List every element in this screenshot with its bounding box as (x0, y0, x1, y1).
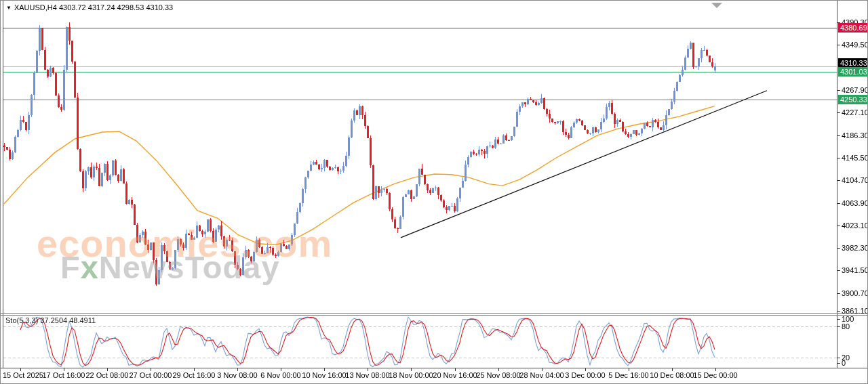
price-axis-label: 4186.30 (842, 131, 868, 140)
symbol-dropdown-icon[interactable]: ▼ (6, 5, 12, 11)
time-axis-label: 28 Nov 04:00 (519, 371, 564, 379)
mt4-chart-window: economies.com FxNewsToday ▼XAUUSD,H4 430… (0, 0, 868, 384)
time-axis-label: 27 Oct 00:00 (130, 371, 172, 379)
price-axis-label: 3900.70 (842, 289, 868, 297)
price-axis-label: 3982.30 (842, 244, 868, 252)
price-axis-label: 3861.10 (842, 307, 868, 315)
time-axis-label: 10 Dec 08:00 (650, 371, 694, 379)
stochastic-axis-label: 80 (842, 322, 850, 330)
ohlc-values: 4303.72 4317.24 4298.53 4310.33 (59, 3, 173, 12)
time-axis-label: 6 Nov 00:00 (260, 371, 300, 379)
time-axis-label: 13 Nov 08:00 (345, 371, 389, 379)
price-axis-label: 4349.50 (842, 41, 868, 49)
price-axis-label: 3941.50 (842, 266, 868, 274)
time-axis-label: 22 Oct 08:00 (86, 371, 129, 379)
time-axis-label: 29 Oct 16:00 (173, 371, 216, 379)
time-axis-label: 17 Oct 16:00 (43, 371, 85, 379)
price-axis-label: 4145.50 (842, 154, 868, 162)
time-axis-label: 15 Dec 00:00 (693, 371, 737, 379)
level-price-badge: 4380.69 (838, 23, 868, 33)
time-axis-label: 20 Nov 16:00 (433, 371, 477, 379)
price-axis-label: 4267.90 (842, 86, 868, 94)
chart-title: ▼XAUUSD,H4 4303.72 4317.24 4298.53 4310.… (6, 3, 173, 12)
price-axis-label: 4023.10 (842, 221, 868, 230)
symbol-label: XAUUSD,H4 (14, 3, 57, 12)
level-price-badge: 4250.33 (838, 95, 868, 104)
chart-shift-marker-icon[interactable] (711, 3, 722, 8)
time-axis-label: 18 Nov 00:00 (389, 371, 433, 379)
current-price-badge: 4310.33 (838, 58, 868, 68)
time-axis-label: 15 Oct 2025 (3, 371, 43, 379)
stochastic-indicator-label: Sto(5,3,3) 37.2504 48.4911 (5, 316, 96, 324)
chart-canvas[interactable] (1, 1, 868, 384)
time-axis-label: 25 Nov 08:00 (476, 371, 520, 379)
time-axis-label: 5 Dec 16:00 (608, 371, 648, 379)
price-axis-label: 4063.90 (842, 199, 868, 207)
price-axis-label: 4104.70 (842, 176, 868, 184)
price-axis-label: 4227.10 (842, 108, 868, 116)
stochastic-axis-label: 0 (842, 359, 846, 367)
time-axis-label: 3 Dec 00:00 (565, 371, 605, 379)
time-axis-label: 3 Nov 08:00 (217, 371, 257, 379)
level-price-badge: 4301.03 (838, 67, 868, 77)
time-axis-label: 10 Nov 16:00 (302, 371, 346, 379)
